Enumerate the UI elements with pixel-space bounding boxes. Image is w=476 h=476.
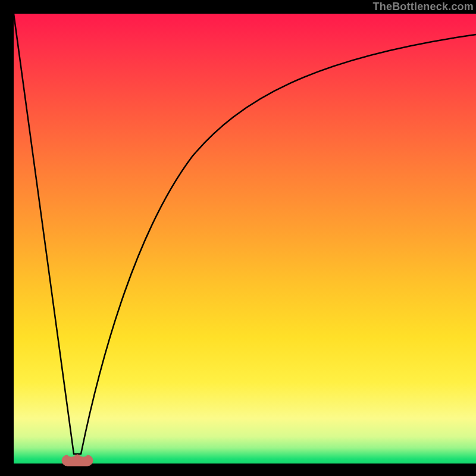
bottleneck-curve	[14, 14, 476, 454]
bottleneck-minimum-marker	[62, 455, 93, 466]
curve-svg	[14, 14, 476, 464]
plot-area	[14, 14, 476, 464]
watermark-text: TheBottleneck.com	[373, 0, 474, 14]
chart-frame: TheBottleneck.com	[14, 0, 476, 464]
